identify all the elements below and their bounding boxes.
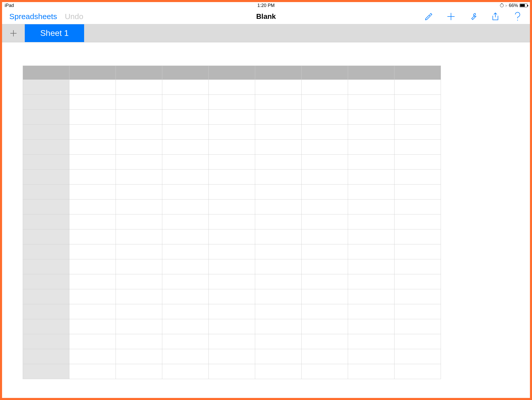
cell[interactable] — [69, 170, 116, 185]
cell[interactable] — [255, 110, 302, 125]
cell[interactable] — [255, 185, 302, 199]
row-header[interactable] — [23, 199, 69, 214]
cell[interactable] — [394, 140, 441, 155]
cell[interactable] — [116, 199, 162, 214]
cell[interactable] — [116, 274, 162, 289]
add-sheet-button[interactable] — [2, 24, 25, 42]
grid-corner[interactable] — [23, 66, 69, 80]
cell[interactable] — [394, 349, 441, 364]
cell[interactable] — [302, 334, 348, 349]
row-header[interactable] — [23, 229, 69, 244]
column-header[interactable] — [209, 66, 255, 80]
cell[interactable] — [116, 349, 162, 364]
cell[interactable] — [348, 140, 394, 155]
cell[interactable] — [394, 304, 441, 319]
cell[interactable] — [209, 349, 255, 364]
spreadsheet-canvas[interactable] — [2, 42, 530, 398]
row-header[interactable] — [23, 259, 69, 274]
cell[interactable] — [302, 95, 348, 110]
cell[interactable] — [116, 229, 162, 244]
cell[interactable] — [348, 110, 394, 125]
cell[interactable] — [394, 289, 441, 304]
cell[interactable] — [116, 155, 162, 170]
cell[interactable] — [394, 199, 441, 214]
row-header[interactable] — [23, 319, 69, 334]
cell[interactable] — [209, 229, 255, 244]
cell[interactable] — [69, 155, 116, 170]
cell[interactable] — [348, 364, 394, 379]
column-header[interactable] — [255, 66, 302, 80]
cell[interactable] — [302, 319, 348, 334]
cell[interactable] — [348, 334, 394, 349]
cell[interactable] — [209, 125, 255, 140]
cell[interactable] — [162, 95, 209, 110]
cell[interactable] — [69, 125, 116, 140]
cell[interactable] — [394, 334, 441, 349]
cell[interactable] — [209, 110, 255, 125]
cell[interactable] — [69, 199, 116, 214]
cell[interactable] — [348, 155, 394, 170]
cell[interactable] — [348, 95, 394, 110]
cell[interactable] — [255, 289, 302, 304]
row-header[interactable] — [23, 80, 69, 95]
cell[interactable] — [116, 259, 162, 274]
cell[interactable] — [394, 274, 441, 289]
cell[interactable] — [162, 170, 209, 185]
cell[interactable] — [209, 319, 255, 334]
cell[interactable] — [69, 110, 116, 125]
cell[interactable] — [69, 274, 116, 289]
cell[interactable] — [302, 140, 348, 155]
cell[interactable] — [162, 304, 209, 319]
row-header[interactable] — [23, 95, 69, 110]
cell[interactable] — [162, 229, 209, 244]
cell[interactable] — [209, 199, 255, 214]
column-header[interactable] — [348, 66, 394, 80]
row-header[interactable] — [23, 334, 69, 349]
cell[interactable] — [209, 95, 255, 110]
cell[interactable] — [69, 80, 116, 95]
cell[interactable] — [255, 319, 302, 334]
cell[interactable] — [255, 274, 302, 289]
row-header[interactable] — [23, 289, 69, 304]
cell[interactable] — [116, 214, 162, 229]
cell[interactable] — [209, 214, 255, 229]
cell[interactable] — [394, 214, 441, 229]
cell[interactable] — [69, 95, 116, 110]
row-header[interactable] — [23, 304, 69, 319]
cell[interactable] — [348, 274, 394, 289]
row-header[interactable] — [23, 364, 69, 379]
cell[interactable] — [255, 364, 302, 379]
cell[interactable] — [394, 319, 441, 334]
cell[interactable] — [348, 125, 394, 140]
row-header[interactable] — [23, 110, 69, 125]
spreadsheet-grid[interactable] — [23, 66, 441, 379]
cell[interactable] — [348, 259, 394, 274]
cell[interactable] — [255, 170, 302, 185]
cell[interactable] — [348, 289, 394, 304]
cell[interactable] — [162, 244, 209, 259]
cell[interactable] — [348, 199, 394, 214]
cell[interactable] — [255, 349, 302, 364]
back-button[interactable]: Spreadsheets — [9, 12, 57, 21]
tools-button[interactable] — [468, 11, 478, 22]
cell[interactable] — [209, 244, 255, 259]
column-header[interactable] — [116, 66, 162, 80]
row-header[interactable] — [23, 125, 69, 140]
column-header[interactable] — [394, 66, 441, 80]
cell[interactable] — [69, 319, 116, 334]
cell[interactable] — [116, 80, 162, 95]
cell[interactable] — [255, 125, 302, 140]
cell[interactable] — [255, 334, 302, 349]
cell[interactable] — [209, 259, 255, 274]
cell[interactable] — [209, 170, 255, 185]
cell[interactable] — [348, 319, 394, 334]
cell[interactable] — [116, 304, 162, 319]
format-button[interactable] — [424, 11, 434, 22]
cell[interactable] — [209, 274, 255, 289]
cell[interactable] — [348, 304, 394, 319]
cell[interactable] — [209, 80, 255, 95]
cell[interactable] — [209, 334, 255, 349]
cell[interactable] — [209, 364, 255, 379]
add-button[interactable] — [446, 11, 456, 22]
row-header[interactable] — [23, 214, 69, 229]
